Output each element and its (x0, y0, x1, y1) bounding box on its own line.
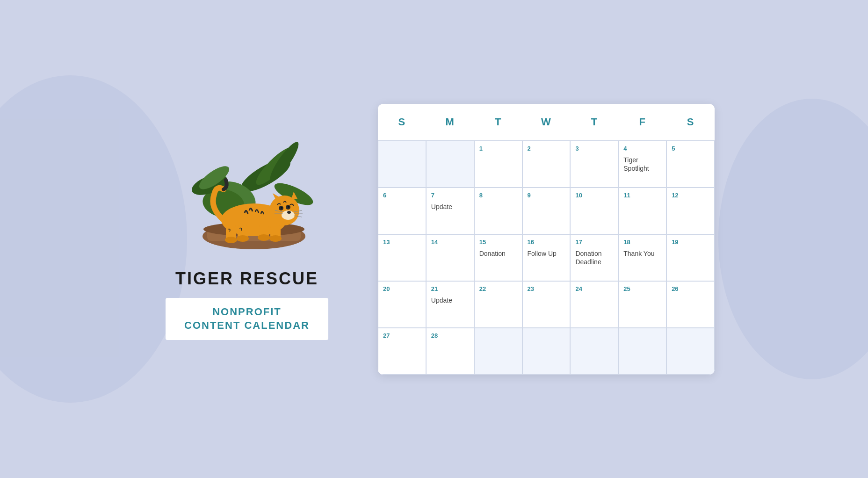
org-name: TIGER RESCUE (175, 269, 318, 289)
cell-number: 27 (383, 332, 390, 339)
calendar-grid: 1234Tiger Spotlight567Update891011121314… (378, 140, 715, 375)
calendar-cell-empty (570, 328, 618, 375)
cell-event: Follow Up (528, 249, 557, 258)
calendar-cell-2: 2 (522, 141, 571, 188)
calendar-cell-empty (522, 328, 571, 375)
calendar-cell-17: 17Donation Deadline (570, 234, 618, 281)
main-content: TIGER RESCUE NONPROFIT CONTENT CALENDAR … (0, 0, 868, 478)
calendar-cell-24: 24 (570, 281, 618, 328)
calendar-cell-21: 21Update (426, 281, 474, 328)
calendar-cell-8: 8 (474, 188, 522, 234)
calendar-cell-9: 9 (522, 188, 571, 234)
calendar-cell-5: 5 (666, 141, 715, 188)
cell-number: 14 (431, 239, 438, 246)
left-panel: TIGER RESCUE NONPROFIT CONTENT CALENDAR (153, 138, 340, 340)
tiger-illustration (172, 138, 322, 260)
svg-point-12 (269, 196, 299, 225)
calendar-cell-13: 13 (378, 234, 426, 281)
calendar-cell-28: 28 (426, 328, 474, 375)
calendar-cell-27: 27 (378, 328, 426, 375)
svg-point-25 (225, 237, 237, 243)
cell-number: 19 (672, 239, 678, 246)
calendar-cell-19: 19 (666, 234, 715, 281)
cell-event: Update (431, 203, 452, 211)
calendar-header: SMTWTFS (378, 104, 715, 140)
calendar-cell-25: 25 (618, 281, 666, 328)
cell-number: 11 (623, 192, 630, 199)
calendar-cell-20: 20 (378, 281, 426, 328)
cell-number: 4 (623, 145, 627, 152)
cell-number: 28 (431, 332, 438, 339)
svg-point-27 (258, 234, 270, 241)
day-header-s-6: S (666, 109, 715, 136)
cell-number: 1 (479, 145, 483, 152)
calendar-cell-23: 23 (522, 281, 571, 328)
calendar-cell-18: 18Thank You (618, 234, 666, 281)
svg-point-18 (287, 211, 291, 214)
cell-number: 25 (623, 285, 630, 292)
calendar-cell-empty (618, 328, 666, 375)
subtitle-box: NONPROFIT CONTENT CALENDAR (166, 298, 328, 340)
cell-number: 23 (528, 285, 534, 292)
cell-number: 7 (431, 192, 434, 199)
cell-number: 12 (672, 192, 678, 199)
svg-point-16 (281, 207, 282, 209)
day-header-w-3: W (522, 109, 571, 136)
day-header-f-5: F (618, 109, 666, 136)
cell-number: 8 (479, 192, 483, 199)
cell-number: 24 (575, 285, 582, 292)
calendar-cell-26: 26 (666, 281, 715, 328)
calendar-cell-empty (378, 141, 426, 188)
cell-number: 18 (623, 239, 630, 246)
cell-event: Update (431, 296, 452, 304)
day-header-s-0: S (378, 109, 426, 136)
cell-number: 10 (575, 192, 582, 199)
cell-number: 20 (383, 285, 390, 292)
calendar-cell-16: 16Follow Up (522, 234, 571, 281)
cell-number: 17 (575, 239, 582, 246)
cell-number: 3 (575, 145, 579, 152)
cell-number: 5 (672, 145, 675, 152)
calendar-cell-15: 15Donation (474, 234, 522, 281)
cell-number: 6 (383, 192, 386, 199)
calendar-cell-11: 11 (618, 188, 666, 234)
calendar-cell-empty (426, 141, 474, 188)
cell-number: 15 (479, 239, 486, 246)
cell-number: 16 (528, 239, 534, 246)
cell-number: 13 (383, 239, 390, 246)
cell-number: 9 (528, 192, 531, 199)
calendar-cell-4: 4Tiger Spotlight (618, 141, 666, 188)
calendar-cell-empty (474, 328, 522, 375)
svg-point-28 (269, 235, 282, 242)
subtitle-text: NONPROFIT CONTENT CALENDAR (184, 305, 310, 332)
cell-event: Thank You (623, 249, 654, 258)
calendar-cell-12: 12 (666, 188, 715, 234)
cell-event: Donation Deadline (575, 249, 613, 266)
calendar-cell-10: 10 (570, 188, 618, 234)
svg-point-17 (288, 206, 289, 208)
svg-point-26 (237, 235, 249, 242)
cell-number: 26 (672, 285, 678, 292)
calendar-cell-7: 7Update (426, 188, 474, 234)
day-header-m-1: M (426, 109, 474, 136)
cell-number: 22 (479, 285, 486, 292)
calendar-cell-1: 1 (474, 141, 522, 188)
calendar-cell-22: 22 (474, 281, 522, 328)
calendar-cell-14: 14 (426, 234, 474, 281)
cell-event: Donation (479, 249, 506, 258)
day-header-t-2: T (474, 109, 522, 136)
day-header-t-4: T (570, 109, 618, 136)
calendar-cell-empty (666, 328, 715, 375)
cell-number: 2 (528, 145, 531, 152)
calendar-cell-3: 3 (570, 141, 618, 188)
calendar-cell-6: 6 (378, 188, 426, 234)
calendar-container: SMTWTFS 1234Tiger Spotlight567Update8910… (378, 104, 715, 375)
cell-number: 21 (431, 285, 438, 292)
cell-event: Tiger Spotlight (623, 156, 661, 173)
